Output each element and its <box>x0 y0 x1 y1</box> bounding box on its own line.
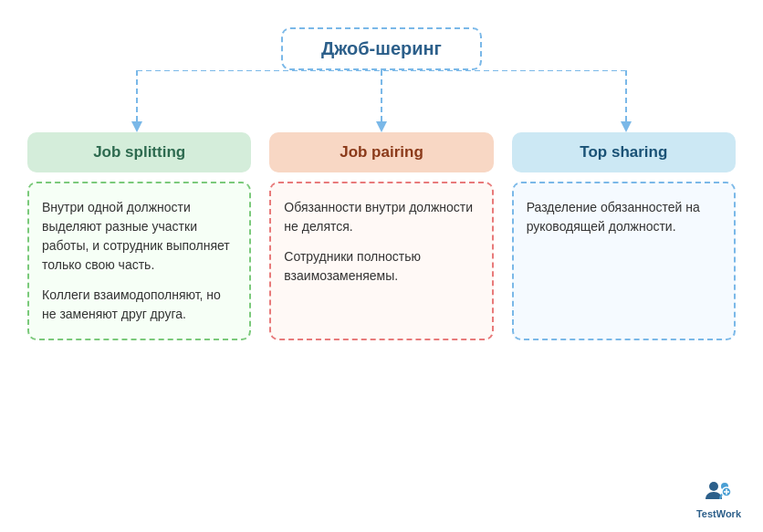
header-job-pairing: Job pairing <box>269 132 493 172</box>
connectors-svg <box>27 70 736 132</box>
content-job-pairing-p1: Обязанности внутри должности не делятся. <box>284 198 478 236</box>
svg-marker-6 <box>621 121 632 132</box>
header-job-splitting: Job splitting <box>27 132 251 172</box>
content-top-sharing: Разделение обязанностей на руководящей д… <box>512 182 736 340</box>
content-job-splitting: Внутри одной должности выделяют разные у… <box>27 182 251 340</box>
column-job-pairing: Job pairing Обязанности внутри должности… <box>269 132 493 340</box>
svg-point-7 <box>709 482 718 491</box>
root-box: Джоб-шеринг <box>281 27 482 70</box>
page: Джоб-шеринг Job splitting Внутри одной д… <box>0 0 763 532</box>
content-job-pairing-p2: Сотрудники полностью взаимозаменяемы. <box>284 247 478 286</box>
content-job-splitting-p1: Внутри одной должности выделяют разные у… <box>42 198 236 275</box>
logo: TestWork <box>696 479 741 519</box>
columns-container: Job splitting Внутри одной должности выд… <box>27 132 736 340</box>
svg-marker-4 <box>131 121 142 132</box>
logo-label: TestWork <box>696 508 741 519</box>
column-job-splitting: Job splitting Внутри одной должности выд… <box>27 132 251 340</box>
column-top-sharing: Top sharing Разделение обязанностей на р… <box>512 132 736 340</box>
header-top-sharing: Top sharing <box>512 132 736 172</box>
content-top-sharing-p1: Разделение обязанностей на руководящей д… <box>527 198 721 236</box>
root-label: Джоб-шеринг <box>321 38 442 58</box>
content-job-pairing: Обязанности внутри должности не делятся.… <box>269 182 493 340</box>
content-job-splitting-p2: Коллеги взаимодополняют, но не заменяют … <box>42 286 236 324</box>
logo-icon <box>706 479 731 506</box>
svg-marker-5 <box>376 121 387 132</box>
